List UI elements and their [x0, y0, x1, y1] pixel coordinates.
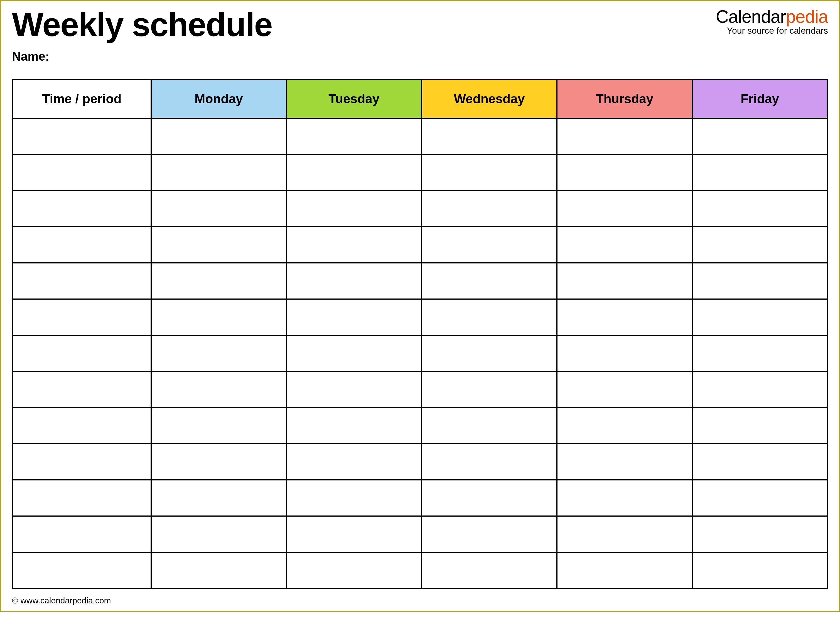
table-row	[13, 480, 827, 516]
time-cell[interactable]	[13, 444, 151, 480]
schedule-cell[interactable]	[557, 335, 692, 371]
time-cell[interactable]	[13, 480, 151, 516]
time-cell[interactable]	[13, 408, 151, 444]
schedule-cell[interactable]	[422, 191, 557, 227]
schedule-cell[interactable]	[557, 299, 692, 335]
schedule-cell[interactable]	[422, 335, 557, 371]
schedule-cell[interactable]	[151, 480, 286, 516]
schedule-cell[interactable]	[151, 335, 286, 371]
schedule-cell[interactable]	[422, 299, 557, 335]
schedule-cell[interactable]	[286, 516, 422, 552]
schedule-cell[interactable]	[692, 480, 827, 516]
schedule-cell[interactable]	[692, 155, 827, 191]
time-cell[interactable]	[13, 118, 151, 155]
schedule-cell[interactable]	[557, 516, 692, 552]
schedule-cell[interactable]	[422, 444, 557, 480]
schedule-cell[interactable]	[422, 227, 557, 263]
table-row	[13, 444, 827, 480]
schedule-cell[interactable]	[692, 408, 827, 444]
brand-tagline: Your source for calendars	[716, 26, 828, 35]
schedule-cell[interactable]	[422, 118, 557, 155]
table-row	[13, 191, 827, 227]
schedule-cell[interactable]	[422, 371, 557, 408]
schedule-cell[interactable]	[286, 335, 422, 371]
table-row	[13, 335, 827, 371]
time-cell[interactable]	[13, 191, 151, 227]
time-cell[interactable]	[13, 263, 151, 299]
table-row	[13, 516, 827, 552]
page-frame: Weekly schedule Name: Calendarpedia Your…	[0, 0, 840, 612]
schedule-cell[interactable]	[151, 155, 286, 191]
schedule-cell[interactable]	[557, 118, 692, 155]
schedule-cell[interactable]	[692, 516, 827, 552]
schedule-cell[interactable]	[286, 371, 422, 408]
schedule-cell[interactable]	[151, 516, 286, 552]
schedule-cell[interactable]	[557, 480, 692, 516]
time-cell[interactable]	[13, 155, 151, 191]
table-row	[13, 299, 827, 335]
col-header-friday: Friday	[692, 79, 827, 118]
schedule-cell[interactable]	[286, 408, 422, 444]
schedule-cell[interactable]	[557, 155, 692, 191]
schedule-cell[interactable]	[151, 408, 286, 444]
schedule-cell[interactable]	[557, 408, 692, 444]
brand-part1: Calendar	[716, 7, 786, 27]
page-title: Weekly schedule	[12, 8, 828, 41]
schedule-cell[interactable]	[151, 118, 286, 155]
schedule-cell[interactable]	[286, 191, 422, 227]
schedule-cell[interactable]	[422, 263, 557, 299]
schedule-cell[interactable]	[692, 191, 827, 227]
schedule-cell[interactable]	[557, 263, 692, 299]
schedule-cell[interactable]	[286, 118, 422, 155]
col-header-time: Time / period	[13, 79, 151, 118]
schedule-cell[interactable]	[422, 155, 557, 191]
schedule-cell[interactable]	[286, 299, 422, 335]
schedule-cell[interactable]	[151, 227, 286, 263]
brand-block: Calendarpedia Your source for calendars	[716, 8, 828, 35]
schedule-cell[interactable]	[557, 444, 692, 480]
schedule-cell[interactable]	[151, 263, 286, 299]
schedule-cell[interactable]	[557, 371, 692, 408]
col-header-wednesday: Wednesday	[422, 79, 557, 118]
schedule-cell[interactable]	[286, 552, 422, 588]
col-header-tuesday: Tuesday	[286, 79, 422, 118]
time-cell[interactable]	[13, 552, 151, 588]
time-cell[interactable]	[13, 227, 151, 263]
schedule-cell[interactable]	[151, 552, 286, 588]
schedule-cell[interactable]	[286, 263, 422, 299]
schedule-cell[interactable]	[557, 552, 692, 588]
schedule-cell[interactable]	[692, 299, 827, 335]
table-row	[13, 408, 827, 444]
time-cell[interactable]	[13, 335, 151, 371]
table-row	[13, 155, 827, 191]
schedule-cell[interactable]	[557, 227, 692, 263]
time-cell[interactable]	[13, 299, 151, 335]
header-row: Time / period Monday Tuesday Wednesday T…	[13, 79, 827, 118]
schedule-cell[interactable]	[286, 227, 422, 263]
schedule-cell[interactable]	[422, 480, 557, 516]
schedule-cell[interactable]	[286, 155, 422, 191]
schedule-cell[interactable]	[422, 552, 557, 588]
time-cell[interactable]	[13, 516, 151, 552]
schedule-cell[interactable]	[151, 191, 286, 227]
schedule-cell[interactable]	[692, 118, 827, 155]
copyright-text: © www.calendarpedia.com	[12, 596, 111, 605]
schedule-cell[interactable]	[151, 444, 286, 480]
time-cell[interactable]	[13, 371, 151, 408]
schedule-cell[interactable]	[692, 552, 827, 588]
schedule-cell[interactable]	[692, 263, 827, 299]
schedule-cell[interactable]	[151, 371, 286, 408]
name-label: Name:	[12, 49, 828, 63]
schedule-cell[interactable]	[286, 444, 422, 480]
brand-part2: pedia	[786, 7, 828, 27]
header-area: Weekly schedule Name: Calendarpedia Your…	[1, 1, 839, 79]
schedule-cell[interactable]	[422, 408, 557, 444]
schedule-cell[interactable]	[692, 444, 827, 480]
schedule-cell[interactable]	[692, 227, 827, 263]
schedule-cell[interactable]	[692, 371, 827, 408]
schedule-cell[interactable]	[692, 335, 827, 371]
schedule-cell[interactable]	[557, 191, 692, 227]
schedule-cell[interactable]	[422, 516, 557, 552]
schedule-cell[interactable]	[286, 480, 422, 516]
schedule-cell[interactable]	[151, 299, 286, 335]
